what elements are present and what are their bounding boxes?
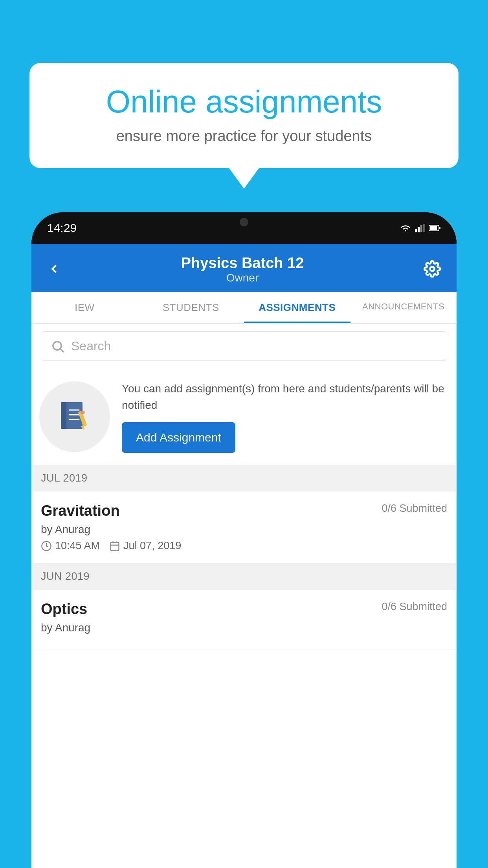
svg-rect-1 [418,227,420,232]
search-bar[interactable]: Search [41,331,447,361]
svg-rect-2 [420,225,422,232]
clock-icon [41,541,52,552]
search-icon [51,339,65,353]
optics-row-top: Optics 0/6 Submitted [41,601,447,618]
svg-rect-17 [81,411,84,414]
settings-button[interactable] [424,260,441,279]
assignment-item-gravitation[interactable]: Gravitation 0/6 Submitted by Anurag 10:4… [31,491,457,563]
tab-assignments[interactable]: ASSIGNMENTS [244,292,350,323]
empty-state-section: You can add assignment(s) from here and … [31,369,457,465]
meta-time: 10:45 AM [41,540,100,552]
speech-bubble: Online assignments ensure more practice … [29,63,459,168]
wifi-icon [400,224,411,232]
section-header-jun: JUN 2019 [31,563,457,590]
status-bar: 14:29 [31,212,457,244]
battery-icon [429,224,441,232]
status-time: 14:29 [47,221,77,235]
svg-rect-6 [430,226,437,230]
tab-announcements[interactable]: ANNOUNCEMENTS [350,292,457,323]
svg-rect-19 [111,542,119,550]
batch-subtitle: Owner [181,272,304,284]
header-center: Physics Batch 12 Owner [181,255,304,284]
meta-date: Jul 07, 2019 [109,540,181,552]
gear-icon [424,260,441,278]
svg-rect-0 [415,229,417,232]
assignment-meta: 10:45 AM Jul 07, 2019 [41,540,447,552]
search-container: Search [31,324,457,369]
assignment-date: Jul 07, 2019 [123,540,181,552]
tab-bar: IEW STUDENTS ASSIGNMENTS ANNOUNCEMENTS [31,292,457,324]
assignment-row-top: Gravitation 0/6 Submitted [41,502,447,519]
calendar-icon [109,541,120,552]
svg-point-8 [53,342,61,350]
svg-line-9 [61,349,64,352]
app-screen: Physics Batch 12 Owner IEW STUDENTS ASSI… [31,244,457,868]
speech-bubble-title: Online assignments [53,85,435,119]
optics-by: by Anurag [41,622,447,634]
section-header-jul: JUL 2019 [31,465,457,491]
svg-point-7 [430,267,434,271]
tab-students[interactable]: STUDENTS [138,292,244,323]
svg-rect-5 [439,227,440,229]
tab-iew[interactable]: IEW [31,292,138,323]
speech-bubble-subtitle: ensure more practice for your students [53,128,435,145]
phone-frame: 14:29 [31,212,457,868]
back-button[interactable] [47,262,61,278]
app-header: Physics Batch 12 Owner [31,244,457,292]
assignment-icon-circle [39,381,110,452]
optics-name: Optics [41,601,87,618]
camera-dot [240,218,248,226]
svg-rect-3 [423,224,425,232]
assignment-name: Gravitation [41,502,120,519]
assignment-by: by Anurag [41,523,447,536]
back-arrow-icon [47,262,61,276]
empty-state-content: You can add assignment(s) from here and … [122,381,445,453]
empty-state-description: You can add assignment(s) from here and … [122,381,445,414]
assignment-item-optics[interactable]: Optics 0/6 Submitted by Anurag [31,590,457,649]
signal-icon [415,224,425,232]
add-assignment-button[interactable]: Add Assignment [122,422,235,453]
search-placeholder: Search [71,339,111,353]
status-icons [400,224,441,232]
assignment-submitted: 0/6 Submitted [382,502,447,515]
optics-submitted: 0/6 Submitted [382,601,447,613]
batch-title: Physics Batch 12 [181,255,304,272]
book-pencil-icon [57,399,92,434]
phone-notch [224,212,264,228]
assignment-time: 10:45 AM [55,540,100,552]
svg-rect-11 [61,402,66,429]
